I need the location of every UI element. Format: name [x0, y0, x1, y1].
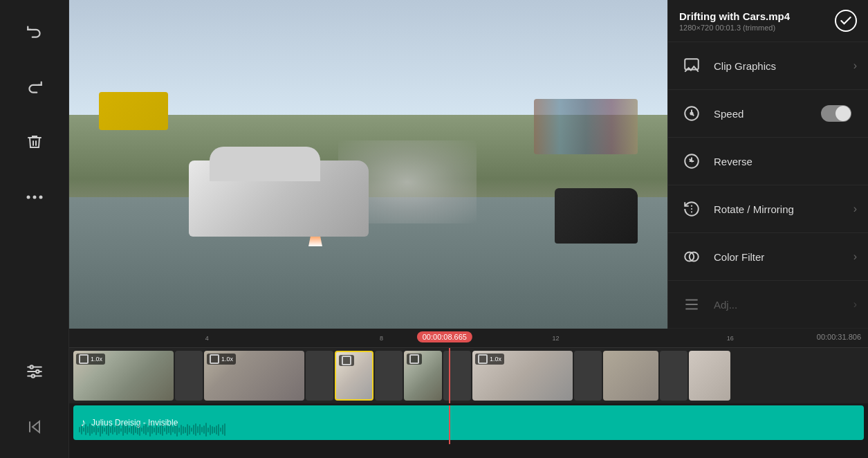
- color-filter-menu-item[interactable]: Color Filter ›: [668, 233, 868, 281]
- waveform-display: [73, 423, 864, 437]
- clip-2-symbol: [210, 354, 219, 364]
- ruler-mark-0: [76, 335, 163, 342]
- clip-graphics-label: Clip Graphics: [714, 60, 853, 72]
- video-scene: [69, 0, 667, 329]
- ruler-mark-12: 12: [513, 335, 600, 342]
- speed-toggle-knob: [835, 106, 851, 121]
- separator-4[interactable]: [443, 351, 471, 401]
- rotate-mirroring-label: Rotate / Mirroring: [714, 203, 853, 215]
- svg-point-7: [36, 370, 39, 373]
- bus-object: [99, 92, 168, 130]
- adjustment-label: Adj...: [714, 299, 853, 311]
- separator-2[interactable]: [306, 351, 333, 401]
- playhead-music: [449, 405, 450, 444]
- reverse-label: Reverse: [714, 156, 857, 167]
- clip-4-icon: [407, 354, 422, 365]
- svg-point-0: [26, 196, 30, 199]
- svg-marker-9: [33, 421, 39, 432]
- separator-6[interactable]: [660, 351, 687, 401]
- playhead-clips: [449, 348, 450, 403]
- adjustment-arrow: ›: [853, 298, 857, 311]
- clip-3-symbol: [342, 356, 351, 365]
- speed-menu-item[interactable]: Speed: [668, 90, 868, 138]
- speed-icon: [679, 101, 704, 126]
- color-filter-arrow: ›: [853, 250, 857, 263]
- timeline-area: 4 8 12 16 00:00:08.665 00:00:31.806 1.0x: [69, 329, 868, 458]
- adjustment-icon: [679, 292, 704, 317]
- clip-graphics-arrow: ›: [853, 59, 857, 72]
- rewind-to-start-button[interactable]: [17, 410, 52, 444]
- separator-5[interactable]: [574, 351, 602, 401]
- clip-4-symbol: [409, 354, 419, 364]
- speed-toggle[interactable]: [821, 105, 851, 122]
- more-options-button[interactable]: [17, 180, 52, 214]
- total-time-label: 00:00:31.806: [817, 333, 861, 341]
- ruler-mark-blank3: [600, 335, 687, 342]
- redo-button[interactable]: [17, 69, 52, 104]
- clip-info-text: Drifting with Cars.mp4 1280×720 00:01.3 …: [679, 10, 790, 32]
- clip-info-bar: Drifting with Cars.mp4 1280×720 00:01.3 …: [668, 0, 868, 42]
- music-row: ♪ Julius Dreisig - Invisible: [69, 405, 868, 440]
- adjust-layers-button[interactable]: [17, 354, 52, 389]
- clips-row: 1.0x 1.0x: [69, 348, 868, 403]
- clip-1[interactable]: 1.0x: [73, 351, 174, 401]
- clip-2-icon: 1.0x: [207, 354, 236, 365]
- clip-confirm-button[interactable]: [835, 10, 857, 32]
- clip-title: Drifting with Cars.mp4: [679, 10, 790, 22]
- left-sidebar: [0, 0, 69, 458]
- color-filter-label: Color Filter: [714, 251, 853, 263]
- time-ruler: 4 8 12 16 00:00:08.665 00:00:31.806: [69, 329, 868, 348]
- ruler-mark-blank1: [250, 335, 338, 342]
- clip-4[interactable]: [404, 351, 442, 401]
- svg-point-8: [31, 374, 34, 377]
- ruler-mark-8: 8: [338, 335, 425, 342]
- clip-5-badge: 1.0x: [490, 356, 501, 363]
- music-track[interactable]: ♪ Julius Dreisig - Invisible: [73, 405, 864, 440]
- svg-point-6: [30, 365, 33, 368]
- rotate-mirroring-icon: [679, 196, 704, 221]
- clip-5[interactable]: 1.0x: [472, 351, 573, 401]
- ruler-mark-16: 16: [687, 335, 774, 342]
- clip-3-icon: [339, 355, 354, 366]
- separator-1[interactable]: [175, 351, 203, 401]
- adjustment-menu-item[interactable]: Adj... ›: [668, 281, 868, 329]
- second-car: [555, 188, 638, 244]
- clip-5-symbol: [478, 354, 488, 364]
- clip-6[interactable]: [603, 351, 658, 401]
- rotate-mirroring-arrow: ›: [853, 203, 857, 215]
- right-panel: Drifting with Cars.mp4 1280×720 00:01.3 …: [667, 0, 868, 329]
- current-time-label: 00:00:08.665: [417, 331, 472, 342]
- color-filter-icon: [679, 244, 704, 269]
- main-car: [189, 161, 369, 237]
- spectators-area: [534, 99, 638, 154]
- rotate-mirroring-menu-item[interactable]: Rotate / Mirroring ›: [668, 185, 868, 233]
- svg-point-13: [690, 112, 692, 114]
- clip-graphics-icon: [679, 53, 704, 78]
- clip-2[interactable]: 1.0x: [204, 351, 304, 401]
- clip-graphics-menu-item[interactable]: Clip Graphics ›: [668, 42, 868, 90]
- separator-3[interactable]: [375, 351, 403, 401]
- clip-3-selected[interactable]: [335, 351, 373, 401]
- clip-meta: 1280×720 00:01.3 (trimmed): [679, 24, 790, 32]
- svg-rect-11: [685, 59, 699, 69]
- ruler-mark-4: 4: [163, 335, 250, 342]
- svg-point-1: [33, 196, 36, 199]
- delete-button[interactable]: [17, 125, 52, 159]
- reverse-icon: [679, 149, 704, 174]
- clip-7[interactable]: [689, 351, 730, 401]
- clip-1-icon: 1.0x: [76, 354, 105, 365]
- clip-2-badge: 1.0x: [221, 356, 233, 363]
- clip-5-icon: 1.0x: [475, 354, 504, 365]
- clip-1-badge: 1.0x: [91, 356, 102, 363]
- undo-button[interactable]: [17, 14, 52, 48]
- video-area: Drifting with Cars.mp4 1280×720 00:01.3 …: [69, 0, 868, 329]
- clip-1-symbol: [79, 354, 89, 364]
- clip-options-menu: Clip Graphics › Speed: [668, 42, 868, 329]
- svg-point-2: [39, 196, 42, 199]
- clips-container: 1.0x 1.0x: [69, 348, 868, 403]
- main-content: Drifting with Cars.mp4 1280×720 00:01.3 …: [69, 0, 868, 458]
- reverse-menu-item[interactable]: Reverse: [668, 138, 868, 185]
- speed-label: Speed: [714, 108, 821, 120]
- video-preview: [69, 0, 667, 329]
